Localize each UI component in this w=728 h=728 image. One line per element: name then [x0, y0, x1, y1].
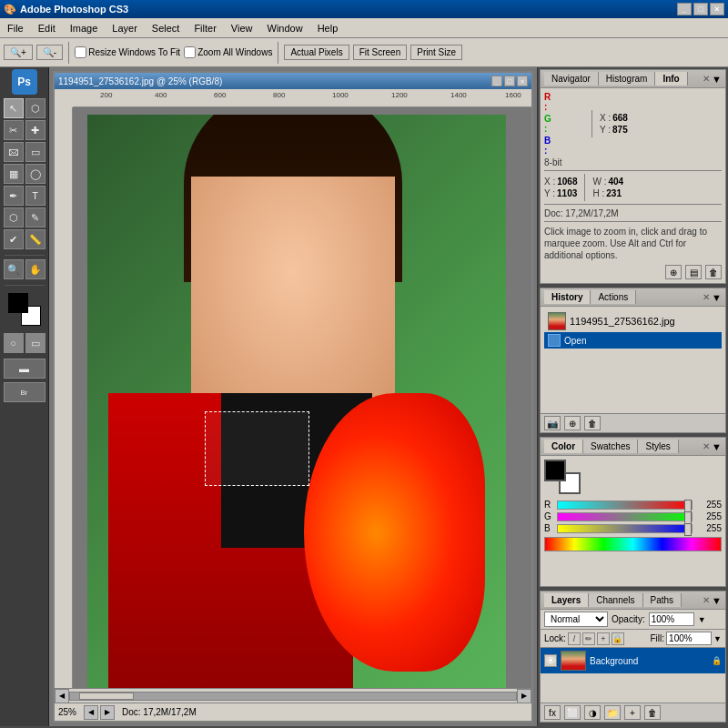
tab-color[interactable]: Color [544, 440, 583, 453]
navigator-panel-menu[interactable]: ▼ [712, 74, 722, 85]
menu-file[interactable]: File [0, 21, 31, 35]
eraser-tool[interactable]: ▭ [25, 142, 46, 162]
layer-visibility-toggle[interactable]: 👁 [544, 654, 557, 667]
foreground-color-swatch[interactable] [8, 293, 28, 313]
hand-tool[interactable]: ✋ [25, 259, 46, 279]
tab-paths[interactable]: Paths [643, 593, 682, 607]
menu-layer[interactable]: Layer [105, 21, 145, 35]
tab-info[interactable]: Info [655, 72, 687, 86]
canvas-minimize[interactable]: _ [491, 76, 502, 86]
crop-tool[interactable]: ✂ [4, 120, 24, 140]
eyedropper-tool[interactable]: ✔ [4, 229, 24, 249]
close-button[interactable]: × [710, 3, 724, 15]
menu-edit[interactable]: Edit [31, 21, 63, 35]
r-slider[interactable] [557, 500, 693, 510]
quick-mask-btn[interactable]: ○ [4, 333, 24, 353]
print-size-button[interactable]: Print Size [410, 45, 462, 60]
history-panel-close[interactable]: ✕ [703, 292, 710, 303]
layers-scroll-arrow[interactable]: ▼ [698, 615, 706, 624]
canvas-content[interactable] [73, 107, 531, 688]
info-btn-3[interactable]: 🗑 [705, 265, 722, 279]
b-slider-thumb[interactable] [684, 523, 692, 536]
color-panel-menu[interactable]: ▼ [712, 441, 722, 452]
zoom-out-button[interactable]: 🔍- [36, 45, 63, 60]
maximize-button[interactable]: □ [693, 3, 708, 15]
tab-navigator[interactable]: Navigator [544, 72, 599, 86]
actual-pixels-button[interactable]: Actual Pixels [284, 45, 349, 60]
history-open-item[interactable]: Open [544, 332, 722, 349]
zoom-in-button[interactable]: 🔍+ [4, 45, 33, 60]
canvas-next-button[interactable]: ▶ [100, 705, 115, 720]
foreground-color-box[interactable] [544, 460, 566, 481]
path-tool[interactable]: ⬡ [4, 207, 24, 228]
color-panel-close[interactable]: ✕ [703, 441, 710, 452]
opacity-input[interactable] [649, 612, 694, 626]
lock-pixels-btn[interactable]: ✏ [582, 632, 595, 645]
canvas-close[interactable]: × [517, 76, 528, 86]
info-btn-1[interactable]: ⊕ [665, 265, 682, 279]
notes-tool[interactable]: ✎ [25, 207, 46, 228]
layer-fx-button[interactable]: fx [544, 705, 561, 720]
fill-scroll-arrow[interactable]: ▼ [713, 634, 722, 643]
layer-adjustment-button[interactable]: ◑ [584, 705, 601, 720]
g-slider[interactable] [557, 512, 693, 521]
tab-histogram[interactable]: Histogram [599, 72, 656, 86]
stamp-tool[interactable]: 🖂 [4, 142, 24, 162]
screen-mode-btn[interactable]: ▬ [4, 359, 46, 379]
scroll-left-button[interactable]: ◀ [55, 689, 69, 703]
fill-input[interactable] [666, 632, 712, 645]
blend-mode-select[interactable]: Normal [544, 612, 608, 627]
layers-panel-close[interactable]: ✕ [703, 595, 710, 606]
b-slider[interactable] [557, 524, 693, 533]
tab-layers[interactable]: Layers [544, 593, 589, 607]
tab-actions[interactable]: Actions [591, 290, 636, 304]
tab-styles[interactable]: Styles [638, 440, 678, 453]
layer-mask-button[interactable]: ⬜ [564, 705, 581, 720]
layer-background-row[interactable]: 👁 Background 🔒 [541, 648, 725, 673]
history-panel-menu[interactable]: ▼ [712, 292, 722, 303]
resize-windows-checkbox[interactable]: Resize Windows To Fit [75, 46, 180, 58]
scroll-right-button[interactable]: ▶ [517, 689, 531, 703]
menu-filter[interactable]: Filter [187, 21, 223, 35]
canvas-prev-button[interactable]: ◀ [84, 705, 98, 720]
type-tool[interactable]: T [25, 186, 46, 206]
layers-panel-menu[interactable]: ▼ [712, 595, 722, 606]
history-delete-btn[interactable]: 🗑 [584, 416, 601, 430]
standard-mode-btn[interactable]: ▭ [25, 333, 46, 353]
g-slider-thumb[interactable] [684, 511, 692, 524]
minimize-button[interactable]: _ [677, 3, 692, 15]
lasso-tool[interactable]: ⬡ [25, 98, 46, 118]
history-snapshot-btn[interactable]: 📷 [544, 416, 561, 430]
zoom-all-checkbox[interactable]: Zoom All Windows [184, 46, 272, 58]
pen-tool[interactable]: ✒ [4, 186, 24, 206]
tab-channels[interactable]: Channels [589, 593, 642, 607]
canvas-area[interactable]: 200 400 600 800 1000 1200 1400 1600 [55, 89, 531, 688]
fit-screen-button[interactable]: Fit Screen [353, 45, 408, 60]
move-tool[interactable]: ↖ [4, 98, 24, 118]
navigator-panel-close[interactable]: ✕ [703, 74, 710, 85]
canvas-maximize[interactable]: □ [504, 76, 515, 86]
lock-all-btn[interactable]: 🔒 [612, 632, 624, 645]
menu-help[interactable]: Help [310, 21, 346, 35]
menu-window[interactable]: Window [260, 21, 310, 35]
r-slider-thumb[interactable] [684, 500, 692, 512]
menu-image[interactable]: Image [63, 21, 106, 35]
history-new-btn[interactable]: ⊕ [564, 416, 581, 430]
healing-tool[interactable]: ✚ [25, 120, 46, 140]
measure-tool[interactable]: 📏 [25, 229, 46, 249]
layer-group-button[interactable]: 📁 [604, 705, 621, 720]
bridge-btn[interactable]: Br [4, 382, 46, 402]
zoom-tool[interactable]: 🔍 [4, 259, 24, 279]
menu-select[interactable]: Select [145, 21, 187, 35]
tab-swatches[interactable]: Swatches [583, 440, 638, 453]
lock-position-btn[interactable]: + [597, 632, 610, 645]
scroll-track-horizontal[interactable] [69, 692, 517, 701]
dodge-tool[interactable]: ◯ [25, 164, 46, 184]
layer-delete-button[interactable]: 🗑 [644, 705, 661, 720]
menu-view[interactable]: View [224, 21, 260, 35]
lock-transparent-btn[interactable]: / [568, 632, 581, 645]
color-spectrum-bar[interactable] [544, 537, 722, 551]
tab-history[interactable]: History [544, 290, 591, 304]
gradient-tool[interactable]: ▦ [4, 164, 24, 184]
info-btn-2[interactable]: ▤ [685, 265, 702, 279]
